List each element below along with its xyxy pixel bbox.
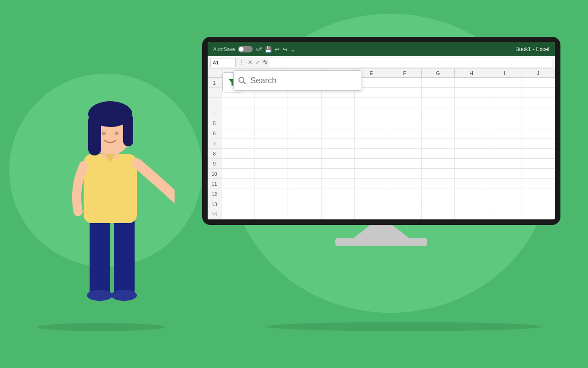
cell-G8[interactable] xyxy=(422,149,455,158)
cell-D13[interactable] xyxy=(322,199,355,209)
cell-F6[interactable] xyxy=(388,128,422,138)
cell-F12[interactable] xyxy=(388,189,422,199)
cell-D4[interactable] xyxy=(322,108,355,118)
cell-B10[interactable] xyxy=(255,169,288,178)
cell-F8[interactable] xyxy=(388,149,422,158)
cell-H3[interactable] xyxy=(455,98,488,108)
cell-J4[interactable] xyxy=(521,108,555,118)
cell-F10[interactable] xyxy=(388,169,422,178)
cell-I9[interactable] xyxy=(488,159,522,168)
cell-D9[interactable] xyxy=(322,159,355,168)
cell-H6[interactable] xyxy=(455,128,488,138)
cell-F5[interactable] xyxy=(388,118,422,128)
cell-A7[interactable] xyxy=(221,138,255,148)
cell-G9[interactable] xyxy=(422,159,455,168)
cell-C8[interactable] xyxy=(288,149,322,158)
cell-J11[interactable] xyxy=(521,179,555,189)
formula-input[interactable] xyxy=(269,58,552,67)
cell-E6[interactable] xyxy=(355,128,388,138)
cell-A5[interactable] xyxy=(221,118,255,128)
cell-G3[interactable] xyxy=(422,98,455,108)
undo-icon[interactable]: ↩ xyxy=(275,46,280,53)
cell-reference-box[interactable]: A1 xyxy=(210,58,236,67)
cell-E12[interactable] xyxy=(355,189,388,199)
cell-B11[interactable] xyxy=(255,179,288,189)
cell-G13[interactable] xyxy=(422,199,455,209)
cell-B4[interactable] xyxy=(255,108,288,118)
redo-icon[interactable]: ↪ xyxy=(283,46,288,53)
cell-G5[interactable] xyxy=(422,118,455,128)
cell-H11[interactable] xyxy=(455,179,488,189)
cancel-formula-icon[interactable]: ✕ xyxy=(248,59,253,66)
cell-C5[interactable] xyxy=(288,118,322,128)
cell-H12[interactable] xyxy=(455,189,488,199)
cell-I4[interactable] xyxy=(488,108,522,118)
cell-D3[interactable] xyxy=(322,98,355,108)
cell-J3[interactable] xyxy=(521,98,555,108)
cell-I3[interactable] xyxy=(488,98,522,108)
cell-C3[interactable] xyxy=(288,98,322,108)
cell-H2[interactable] xyxy=(455,88,488,98)
cell-J13[interactable] xyxy=(521,199,555,209)
cell-F1[interactable] xyxy=(388,78,422,87)
cell-F13[interactable] xyxy=(388,199,422,209)
insert-function-icon[interactable]: fx xyxy=(263,59,267,66)
cell-D7[interactable] xyxy=(322,138,355,148)
cell-C6[interactable] xyxy=(288,128,322,138)
cell-F11[interactable] xyxy=(388,179,422,189)
cell-E13[interactable] xyxy=(355,199,388,209)
cell-E4[interactable] xyxy=(355,108,388,118)
search-box[interactable] xyxy=(233,70,362,91)
cell-B9[interactable] xyxy=(255,159,288,168)
cell-H4[interactable] xyxy=(455,108,488,118)
cell-G12[interactable] xyxy=(422,189,455,199)
cell-D10[interactable] xyxy=(322,169,355,178)
cell-E9[interactable] xyxy=(355,159,388,168)
cell-C11[interactable] xyxy=(288,179,322,189)
save-icon[interactable]: 💾 xyxy=(265,46,272,53)
cell-E10[interactable] xyxy=(355,169,388,178)
cell-J14[interactable] xyxy=(521,209,555,219)
cell-F4[interactable] xyxy=(388,108,422,118)
cell-A6[interactable] xyxy=(221,128,255,138)
cell-I12[interactable] xyxy=(488,189,522,199)
cell-A12[interactable] xyxy=(221,189,255,199)
cell-D14[interactable] xyxy=(322,209,355,219)
cell-J7[interactable] xyxy=(521,138,555,148)
cell-G7[interactable] xyxy=(422,138,455,148)
cell-I1[interactable] xyxy=(488,78,522,87)
cell-F14[interactable] xyxy=(388,209,422,219)
cell-J9[interactable] xyxy=(521,159,555,168)
cell-A13[interactable] xyxy=(221,199,255,209)
cell-B7[interactable] xyxy=(255,138,288,148)
cell-H1[interactable] xyxy=(455,78,488,87)
cell-B6[interactable] xyxy=(255,128,288,138)
cell-J12[interactable] xyxy=(521,189,555,199)
cell-J6[interactable] xyxy=(521,128,555,138)
cell-E14[interactable] xyxy=(355,209,388,219)
cell-C4[interactable] xyxy=(288,108,322,118)
cell-F7[interactable] xyxy=(388,138,422,148)
cell-I10[interactable] xyxy=(488,169,522,178)
cell-I6[interactable] xyxy=(488,128,522,138)
customize-icon[interactable]: ⌄ xyxy=(290,46,295,53)
cell-E8[interactable] xyxy=(355,149,388,158)
cell-H13[interactable] xyxy=(455,199,488,209)
cell-D8[interactable] xyxy=(322,149,355,158)
cell-B14[interactable] xyxy=(255,209,288,219)
cell-E5[interactable] xyxy=(355,118,388,128)
cell-C12[interactable] xyxy=(288,189,322,199)
cell-I5[interactable] xyxy=(488,118,522,128)
cell-D5[interactable] xyxy=(322,118,355,128)
cell-A11[interactable] xyxy=(221,179,255,189)
cell-B12[interactable] xyxy=(255,189,288,199)
cell-C13[interactable] xyxy=(288,199,322,209)
cell-G10[interactable] xyxy=(422,169,455,178)
cell-I13[interactable] xyxy=(488,199,522,209)
cell-J1[interactable] xyxy=(521,78,555,87)
cell-G2[interactable] xyxy=(422,88,455,98)
cell-H10[interactable] xyxy=(455,169,488,178)
cell-I2[interactable] xyxy=(488,88,522,98)
cell-B13[interactable] xyxy=(255,199,288,209)
cell-A3[interactable] xyxy=(221,98,255,108)
